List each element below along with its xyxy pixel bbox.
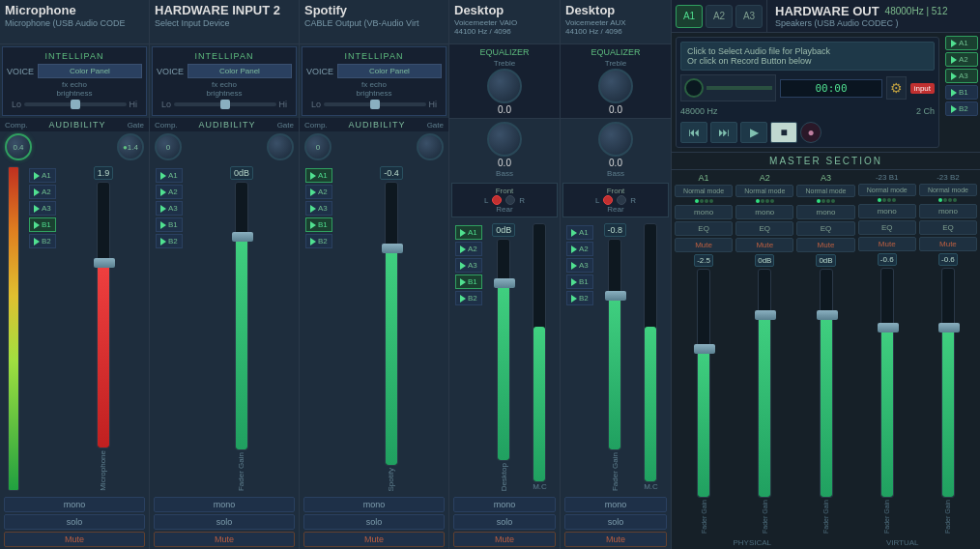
fader5-track[interactable] [608, 239, 621, 450]
solo4-button[interactable]: solo [453, 514, 556, 530]
solo3-button[interactable]: solo [303, 514, 445, 530]
route4-b2-button[interactable]: B2 [455, 291, 482, 305]
route-a3-button[interactable]: A3 [29, 201, 56, 216]
rewind-button[interactable]: ⏮ [680, 122, 707, 143]
ab-a1-button[interactable]: A1 [945, 36, 978, 50]
mono-a3-button[interactable]: mono [796, 205, 854, 219]
stop-button[interactable]: ■ [770, 122, 797, 143]
slider-track[interactable] [24, 102, 126, 106]
slider3-track[interactable] [324, 102, 425, 106]
mc2-fader-track[interactable] [644, 223, 657, 482]
eq-a2-button[interactable]: EQ [735, 221, 793, 236]
treble2-knob[interactable] [598, 69, 633, 103]
master-a3-track[interactable] [820, 269, 833, 498]
play-button[interactable]: ▶ [740, 122, 767, 143]
solo2-button[interactable]: solo [154, 514, 295, 530]
mono2-button[interactable]: mono [154, 497, 295, 512]
master-a2-track[interactable] [758, 269, 771, 498]
mute3-button[interactable]: Mute [303, 532, 445, 547]
fader5-thumb[interactable] [605, 291, 626, 301]
mono-b2-button[interactable]: mono [919, 204, 977, 218]
route5-b1-button[interactable]: B1 [566, 274, 593, 289]
eq-a1-button[interactable]: EQ [675, 221, 733, 236]
route3-a3-button[interactable]: A3 [305, 201, 332, 216]
mute-a3-button[interactable]: Mute [796, 238, 854, 252]
gear-icon[interactable]: ⚙ [890, 80, 903, 96]
slider2-track[interactable] [174, 102, 275, 106]
ab-a3-button[interactable]: A3 [945, 69, 978, 83]
slider3-thumb[interactable] [370, 100, 380, 109]
route4-a3-button[interactable]: A3 [455, 258, 482, 273]
treble-knob[interactable] [487, 69, 522, 103]
master-b2-track[interactable] [941, 268, 955, 498]
master-b1-thumb[interactable] [878, 323, 899, 332]
route-b2-button[interactable]: B2 [29, 234, 56, 248]
master-b2-thumb[interactable] [938, 323, 960, 332]
eq-b2-button[interactable]: EQ [919, 220, 977, 235]
route3-b2-button[interactable]: B2 [305, 234, 332, 248]
color-panel-button[interactable]: Color Panel [38, 64, 142, 78]
route5-a2-button[interactable]: A2 [566, 242, 593, 256]
route2-a3-button[interactable]: A3 [156, 201, 183, 216]
comp3-knob[interactable]: 0 [304, 133, 331, 160]
mode-a2-button[interactable]: Normal mode [735, 185, 793, 197]
route3-a1-button[interactable]: A1 [305, 168, 332, 183]
route5-a3-button[interactable]: A3 [566, 258, 593, 273]
comp-knob[interactable]: 0.4 [5, 133, 32, 160]
mode-a1-button[interactable]: Normal mode [675, 185, 733, 197]
comp2-knob[interactable]: 0 [155, 133, 182, 160]
fader2-thumb[interactable] [232, 232, 253, 242]
a3-select-button[interactable]: A3 [735, 5, 763, 28]
fader4-thumb[interactable] [494, 278, 515, 288]
route4-a2-button[interactable]: A2 [455, 242, 482, 256]
mono3-button[interactable]: mono [303, 497, 445, 512]
fader2-track[interactable] [235, 182, 248, 450]
bass-knob[interactable] [487, 122, 522, 157]
master-b1-track[interactable] [880, 268, 894, 498]
route2-b1-button[interactable]: B1 [156, 217, 183, 232]
route-a2-button[interactable]: A2 [29, 185, 56, 199]
fast-forward-button[interactable]: ⏭ [710, 122, 737, 143]
solo5-button[interactable]: solo [564, 514, 667, 530]
mute-a2-button[interactable]: Mute [735, 238, 793, 252]
a1-select-button[interactable]: A1 [676, 5, 703, 28]
mute-b2-button[interactable]: Mute [919, 237, 977, 251]
fader4-track[interactable] [497, 239, 510, 461]
slider-thumb[interactable] [71, 100, 80, 109]
gate-knob[interactable]: ● 1.4 [117, 133, 144, 160]
mute5-button[interactable]: Mute [564, 532, 667, 547]
gate2-knob[interactable] [267, 133, 294, 160]
route5-a1-button[interactable]: A1 [566, 225, 593, 240]
record-button[interactable]: ● [800, 122, 821, 143]
bass2-knob[interactable] [598, 122, 633, 157]
ab-b2-button[interactable]: B2 [945, 101, 978, 116]
mode-a3-button[interactable]: Normal mode [796, 185, 854, 197]
mono-button[interactable]: mono [4, 497, 145, 512]
mute-a1-button[interactable]: Mute [675, 238, 733, 252]
fader3-thumb[interactable] [382, 244, 403, 253]
eq-a3-button[interactable]: EQ [796, 221, 854, 236]
route2-a2-button[interactable]: A2 [156, 185, 183, 199]
fader3-track[interactable] [385, 182, 398, 466]
route-a1-button[interactable]: A1 [29, 168, 56, 183]
route4-b1-button[interactable]: B1 [455, 274, 482, 289]
mute4-button[interactable]: Mute [453, 532, 556, 547]
mono-a2-button[interactable]: mono [735, 205, 793, 219]
route3-a2-button[interactable]: A2 [305, 185, 332, 199]
mode-b1-button[interactable]: Normal mode [858, 184, 916, 196]
master-a2-thumb[interactable] [755, 310, 776, 320]
mute-button[interactable]: Mute [4, 532, 145, 547]
ab-a2-button[interactable]: A2 [945, 52, 978, 67]
gate3-knob[interactable] [417, 133, 444, 160]
route5-b2-button[interactable]: B2 [566, 291, 593, 305]
a2-select-button[interactable]: A2 [706, 5, 733, 28]
mute2-button[interactable]: Mute [154, 532, 295, 547]
route2-b2-button[interactable]: B2 [156, 234, 183, 248]
mc-fader-track[interactable] [533, 223, 546, 482]
fader-thumb[interactable] [94, 258, 115, 268]
ab-b1-button[interactable]: B1 [945, 85, 978, 100]
master-a3-thumb[interactable] [817, 310, 838, 320]
master-a1-track[interactable] [697, 269, 710, 498]
master-a1-thumb[interactable] [694, 344, 715, 354]
slider2-thumb[interactable] [220, 100, 230, 109]
